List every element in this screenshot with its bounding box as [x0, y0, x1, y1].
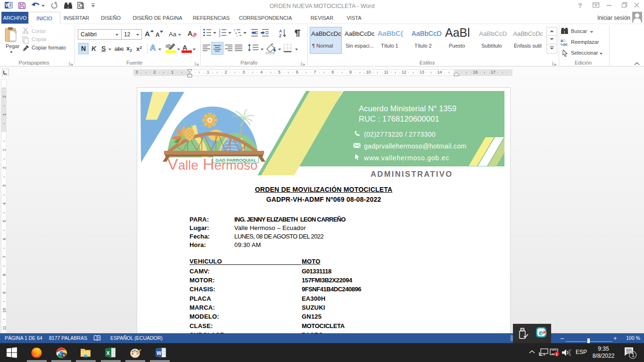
svg-text:!: ! — [556, 352, 558, 357]
svg-text:W: W — [157, 350, 162, 356]
svg-text:X: X — [107, 350, 110, 356]
svg-text:?: ? — [578, 2, 582, 9]
svg-text:GAD PARROQUIAL: GAD PARROQUIAL — [215, 157, 256, 163]
svg-text:e: e — [539, 329, 543, 337]
svg-text:Z: Z — [279, 33, 281, 38]
svg-text:3: 3 — [219, 34, 221, 37]
svg-text:W: W — [5, 3, 10, 8]
svg-text:A: A — [279, 29, 282, 33]
svg-text:ac: ac — [563, 42, 568, 46]
svg-text:!: ! — [544, 330, 545, 334]
svg-text:1: 1 — [632, 352, 635, 358]
svg-text:i: i — [237, 34, 237, 37]
